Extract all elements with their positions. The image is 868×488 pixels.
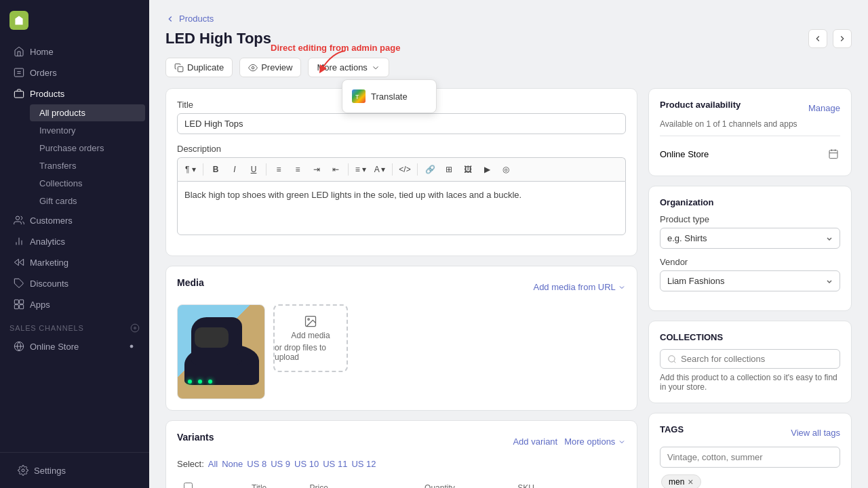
rte-toolbar: ¶ ▾ B I U ≡ ≡ ⇥ ⇤ ≡ ▾ A ▾	[177, 157, 626, 181]
rte-special[interactable]: ◎	[497, 161, 515, 178]
collections-note: Add this product to a collection so it's…	[660, 373, 840, 392]
svg-point-21	[22, 469, 24, 472]
collections-card: COLLECTIONS Add this product to a collec…	[648, 321, 852, 403]
rte-link[interactable]: 🔗	[421, 161, 439, 178]
manage-link[interactable]: Manage	[808, 103, 840, 113]
svg-point-20	[130, 345, 133, 348]
logo-icon	[9, 11, 28, 30]
svg-rect-22	[178, 66, 183, 72]
title-input[interactable]	[177, 113, 626, 134]
collections-search[interactable]	[660, 349, 840, 369]
add-variant-link[interactable]: Add variant	[513, 436, 557, 447]
view-all-tags-link[interactable]: View all tags	[791, 428, 840, 438]
select-us8[interactable]: US 8	[247, 459, 267, 469]
sidebar-item-discounts[interactable]: Discounts	[4, 273, 145, 293]
rte-underline[interactable]: U	[245, 161, 262, 178]
subnav-collections[interactable]: Collections	[30, 175, 145, 192]
sidebar-item-orders[interactable]: Orders	[4, 62, 145, 83]
breadcrumb[interactable]: Products	[165, 14, 852, 24]
select-us11[interactable]: US 11	[323, 459, 347, 469]
rte-list-unordered[interactable]: ≡	[289, 161, 307, 178]
rte-video[interactable]: ▶	[478, 161, 496, 178]
header-navigation	[808, 29, 852, 48]
media-section-header: Media Add media from URL	[177, 277, 626, 296]
organization-card: Organization Product type e.g. Shirts Ve…	[648, 186, 852, 311]
svg-line-40	[674, 361, 676, 363]
sidebar-item-marketing[interactable]: Marketing	[4, 252, 145, 272]
more-options-link[interactable]: More options	[564, 436, 626, 447]
sidebar: Home Orders Products All products Invent…	[0, 0, 149, 488]
sidebar-item-apps[interactable]: Apps	[4, 294, 145, 314]
nav-back-button[interactable]	[808, 29, 827, 48]
media-upload-zone[interactable]: Add media or drop files to upload	[273, 304, 348, 372]
variants-select-row: Select: All None US 8 US 9 US 10 US 11 U…	[177, 459, 626, 469]
media-area: Add media or drop files to upload	[177, 304, 626, 399]
rte-image[interactable]: 🖼	[459, 161, 477, 178]
subnav-transfers[interactable]: Transfers	[30, 157, 145, 174]
select-all-checkbox[interactable]	[184, 483, 193, 488]
svg-rect-11	[14, 300, 18, 304]
rte-align[interactable]: ≡ ▾	[352, 161, 370, 178]
rte-list-ordered[interactable]: ≡	[270, 161, 288, 178]
calendar-icon[interactable]	[827, 147, 840, 161]
select-us12[interactable]: US 12	[351, 459, 376, 469]
product-type-section: Product type e.g. Shirts	[660, 214, 840, 249]
svg-rect-35	[829, 150, 837, 159]
collections-search-input[interactable]	[681, 354, 833, 364]
rte-italic[interactable]: I	[226, 161, 243, 178]
rte-source[interactable]: </>	[396, 161, 414, 178]
tags-input[interactable]	[660, 447, 840, 468]
annotation-text: Direct editing from admin page	[271, 43, 400, 53]
sidebar-item-home[interactable]: Home	[4, 41, 145, 62]
rte-color[interactable]: A ▾	[371, 161, 389, 178]
sidebar-item-online-store[interactable]: Online Store	[4, 336, 145, 357]
rte-table[interactable]: ⊞	[440, 161, 458, 178]
duplicate-button[interactable]: Duplicate	[165, 58, 233, 77]
availability-row: Product availability Manage	[660, 100, 840, 117]
vendor-select[interactable]: Liam Fashions	[660, 270, 840, 291]
add-media-url-link[interactable]: Add media from URL	[533, 282, 626, 292]
tag-item-0: men×	[661, 474, 701, 488]
sidebar-nav: Home Orders Products All products Invent…	[0, 41, 149, 452]
rte-outdent[interactable]: ⇤	[327, 161, 344, 178]
media-thumbnail[interactable]	[177, 304, 265, 399]
subnav-inventory[interactable]: Inventory	[30, 122, 145, 139]
page-header: LED High Tops	[165, 29, 852, 48]
rte-body[interactable]: Black high top shoes with green LED ligh…	[177, 181, 626, 235]
select-all[interactable]: All	[208, 459, 218, 469]
variants-table: Title Price Quantity SKU US 8	[177, 477, 626, 488]
subnav-gift-cards[interactable]: Gift cards	[30, 192, 145, 209]
select-us9[interactable]: US 9	[271, 459, 290, 469]
sidebar-item-analytics[interactable]: Analytics	[4, 231, 145, 251]
vendor-section: Vendor Liam Fashions	[660, 257, 840, 291]
subnav-all-products[interactable]: All products	[30, 104, 145, 121]
rte-paragraph[interactable]: ¶ ▾	[182, 161, 199, 178]
select-none[interactable]: None	[222, 459, 243, 469]
subnav-purchase-orders[interactable]: Purchase orders	[30, 140, 145, 157]
more-actions-dropdown: T Translate	[342, 79, 437, 113]
nav-forward-button[interactable]	[833, 29, 852, 48]
sidebar-item-settings[interactable]: Settings	[8, 460, 141, 481]
action-bar: Duplicate Preview More actions Direct ed…	[165, 58, 852, 77]
rte-indent[interactable]: ⇥	[308, 161, 326, 178]
variants-card: Variants Add variant More options Select…	[165, 420, 637, 488]
svg-point-23	[252, 66, 254, 69]
page-title: LED High Tops	[165, 30, 271, 47]
availability-card: Product availability Manage Available on…	[648, 88, 852, 176]
translate-option[interactable]: T Translate	[342, 84, 436, 108]
svg-text:T: T	[355, 94, 359, 100]
media-card: Media Add media from URL	[165, 266, 637, 411]
preview-button[interactable]: Preview	[239, 58, 301, 77]
svg-point-26	[308, 319, 310, 321]
store-row: Online Store	[660, 143, 840, 165]
select-us10[interactable]: US 10	[294, 459, 319, 469]
sidebar-item-customers[interactable]: Customers	[4, 210, 145, 230]
sidebar-item-products[interactable]: Products	[4, 83, 145, 104]
variants-header: Variants Add variant More options	[177, 432, 626, 451]
tag-remove-0[interactable]: ×	[688, 477, 693, 487]
availability-text: Available on 1 of 1 channels and apps	[660, 119, 840, 129]
product-type-select[interactable]: e.g. Shirts	[660, 228, 840, 249]
svg-point-4	[16, 216, 19, 220]
rte-bold[interactable]: B	[207, 161, 224, 178]
svg-point-39	[669, 355, 675, 361]
